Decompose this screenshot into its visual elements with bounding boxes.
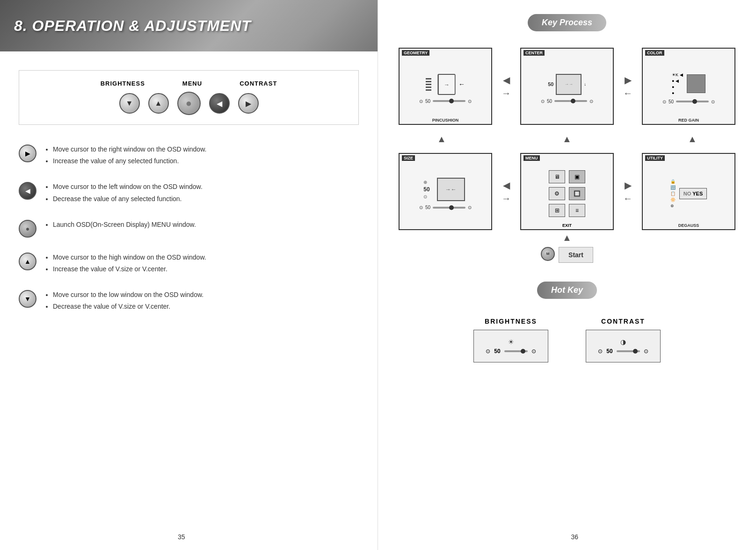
left-instruction-text: Move cursor to the left window on the OS… — [46, 181, 203, 204]
center-knob — [571, 99, 575, 103]
menu-start-btn[interactable]: M — [541, 247, 555, 261]
arrow-menu-to-utility: ▶ ← — [614, 180, 642, 204]
center-monitor: → → — [556, 74, 582, 95]
instruction-up: ▲ Move cursor to the high window on the … — [19, 252, 359, 275]
hotkey-brightness-label: BRIGHTNESS — [485, 318, 537, 325]
instruction-down: ▼ Move cursor to the low window on the O… — [19, 289, 359, 312]
size-track — [433, 207, 465, 209]
left-arrow-menu: ← — [623, 193, 632, 204]
color-swatch — [687, 74, 705, 93]
right-arrow-connector-1: → — [502, 88, 511, 99]
up-arrow-geom: ▲ — [437, 134, 446, 145]
right-arrow-icon: ▶ — [25, 150, 30, 157]
bottom-osd-row: SIZE ⊕ 50 ⊙ → ← ⊙ 50 — [394, 153, 740, 230]
center-label: CENTER — [523, 50, 545, 56]
brightness-icon: ☀ — [508, 338, 514, 346]
hotkey-contrast: CONTRAST ◑ ⊙ 50 ⊙ — [586, 318, 661, 362]
center-value: 50 — [547, 99, 552, 104]
utility-label: UTILITY — [645, 155, 665, 161]
geom-bar-2 — [426, 81, 431, 82]
vert-arrow-geom: ▲ — [395, 134, 488, 145]
key-process-label: Key Process — [528, 14, 606, 31]
contrast-knob — [633, 349, 638, 354]
geom-shape: → — [437, 74, 455, 95]
color-label: COLOR — [645, 50, 664, 56]
right-instruction-text: Move cursor to the right window on the O… — [46, 144, 206, 167]
left-arrow-connector-2: ← — [623, 88, 632, 99]
color-ctrl-k: ☀K ◀ — [672, 72, 683, 77]
buttons-row: ● — [119, 92, 259, 115]
size-slider-row: ⊙ 50 ⊙ — [419, 205, 472, 210]
menu-instruction-text: Launch OSD(On-Screen Display) MENU windo… — [46, 219, 196, 231]
menu-content: 🖥 ▣ ⚙ 🔲 ⊞ ≡ — [546, 168, 588, 219]
contrast-left-btn: ⊙ — [598, 348, 603, 355]
brightness-right-btn: ⊙ — [531, 348, 536, 355]
controls-area: BRIGHTNESS MENU CONTRAST ● — [19, 70, 359, 125]
left-button[interactable] — [209, 93, 230, 114]
right-arrow-menu: ▶ — [625, 180, 632, 191]
menu-label: MENU — [182, 80, 202, 87]
key-process-header: Key Process — [387, 9, 747, 41]
utility-icons: 🔒 🔢 📋 🔆 ⊕ — [670, 179, 676, 208]
hotkey-contrast-display: ◑ ⊙ 50 ⊙ — [586, 330, 661, 362]
geom-sub-label: PINCUSHION — [432, 118, 459, 123]
util-icon-4: 🔆 — [670, 197, 676, 202]
color-ctrl-g: ● — [672, 85, 683, 89]
start-area: ▲ M Start — [394, 232, 740, 263]
geom-value: 50 — [425, 99, 430, 104]
start-button: Start — [559, 247, 593, 263]
top-osd-row: GEOMETRY → ← — [394, 48, 740, 125]
left-arrow-size: ◀ — [503, 180, 510, 191]
geom-bar-3 — [426, 84, 431, 85]
menu-text: M — [546, 252, 550, 256]
left-panel: 8. OPERATION & ADJUSTMENT BRIGHTNESS MEN… — [0, 0, 378, 550]
menu-icon-6: ≡ — [569, 204, 585, 217]
vert-arrow-color: ▲ — [646, 134, 739, 145]
up-arrow-icon: ▲ — [24, 258, 31, 265]
right-arrow-connector-2: ▶ — [625, 74, 632, 86]
geometry-content: → ← — [426, 74, 465, 95]
arrow-size-to-menu: ◀ → — [492, 180, 520, 204]
down-button[interactable] — [119, 93, 140, 114]
header-title: 8. OPERATION & ADJUSTMENT — [14, 17, 251, 35]
menu-button[interactable]: ● — [177, 92, 201, 115]
size-side-val: 50 — [423, 186, 429, 193]
menu-osd-label: MENU — [523, 155, 540, 161]
header-banner: 8. OPERATION & ADJUSTMENT — [0, 0, 378, 51]
center-track — [554, 100, 587, 102]
brightness-knob — [521, 349, 525, 354]
button-labels: BRIGHTNESS MENU CONTRAST — [101, 80, 277, 87]
geometry-label: GEOMETRY — [402, 50, 429, 56]
instruction-menu: ● Launch OSD(On-Screen Display) MENU win… — [19, 219, 359, 238]
hotkey-displays: BRIGHTNESS ☀ ⊙ 50 ⊙ CONTRAST — [387, 318, 747, 362]
right-button[interactable] — [238, 93, 259, 114]
menu-icon-1: 🖥 — [549, 170, 565, 183]
menu-icon-4: 🔲 — [569, 187, 585, 200]
center-side-val: 50 — [548, 81, 553, 87]
no-label: NO — [683, 191, 691, 196]
contrast-slider-row: ⊙ 50 ⊙ — [598, 348, 648, 355]
size-box: SIZE ⊕ 50 ⊙ → ← ⊙ 50 — [399, 153, 492, 230]
up-icon-btn: ▲ — [19, 253, 36, 270]
geom-bar-1 — [426, 78, 431, 80]
color-track — [676, 101, 709, 102]
slider-right-arrow: ⊙ — [468, 99, 472, 104]
brightness-left-btn: ⊙ — [486, 348, 490, 355]
brightness-track — [504, 350, 528, 352]
left-arrow-icon: ◀ — [25, 187, 30, 195]
util-icon-2: 🔢 — [670, 185, 676, 190]
menu-up-arrow: ▲ — [562, 232, 572, 243]
down-icon-btn: ▼ — [19, 290, 36, 308]
menu-icon-5: ⊞ — [549, 204, 565, 217]
brightness-slider-row: ⊙ 50 ⊙ — [486, 348, 536, 355]
color-content: ☀K ◀ ● ◀ ● ● — [672, 72, 705, 95]
size-up-icon: ⊕ — [423, 180, 432, 185]
center-slider-row: ⊙ 50 ⊙ — [541, 99, 593, 104]
up-button[interactable] — [148, 93, 169, 114]
hotkey-section: Hot Key BRIGHTNESS ☀ ⊙ 50 ⊙ — [387, 277, 747, 362]
menu-icon-btn: ● — [19, 220, 36, 238]
instruction-right: ▶ Move cursor to the right window on the… — [19, 144, 359, 167]
down-arrow-icon: ▼ — [24, 295, 31, 303]
menu-icon: ● — [26, 225, 29, 232]
up-instruction-text: Move cursor to the high window on the OS… — [46, 252, 206, 275]
